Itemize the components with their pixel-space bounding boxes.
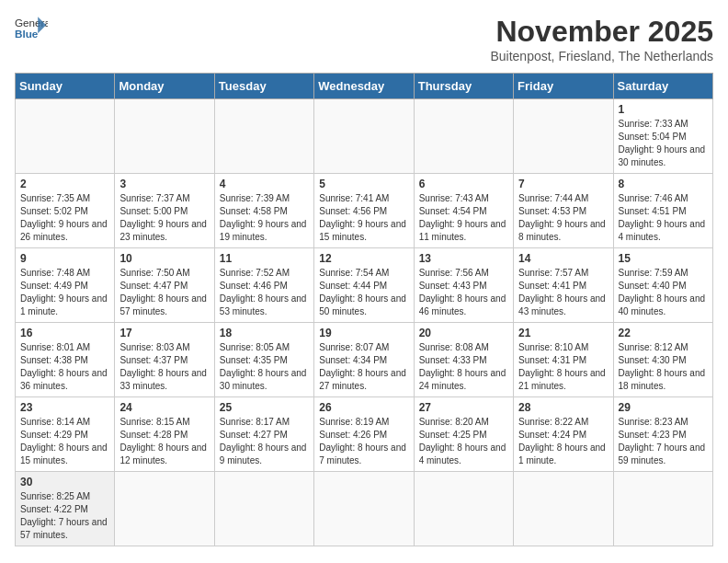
day-info: Sunrise: 7:43 AM Sunset: 4:54 PM Dayligh… (419, 192, 508, 244)
logo-icon: General Blue (15, 15, 48, 40)
table-row: 21Sunrise: 8:10 AM Sunset: 4:31 PM Dayli… (514, 323, 613, 397)
day-number: 22 (619, 327, 708, 339)
day-info: Sunrise: 7:37 AM Sunset: 5:00 PM Dayligh… (119, 192, 209, 244)
table-row: 23Sunrise: 8:14 AM Sunset: 4:29 PM Dayli… (16, 397, 115, 472)
day-number: 8 (619, 178, 708, 190)
day-number: 5 (319, 178, 408, 190)
table-row (514, 472, 613, 546)
day-info: Sunrise: 8:20 AM Sunset: 4:25 PM Dayligh… (419, 416, 508, 467)
day-number: 10 (119, 252, 209, 265)
calendar-week-row: 1Sunrise: 7:33 AM Sunset: 5:04 PM Daylig… (16, 99, 713, 174)
day-number: 19 (319, 327, 408, 339)
day-number: 17 (119, 327, 209, 339)
table-row (613, 472, 712, 546)
day-number: 1 (619, 103, 708, 116)
table-row (115, 99, 214, 174)
header-thursday: Thursday (414, 74, 513, 99)
table-row: 14Sunrise: 7:57 AM Sunset: 4:41 PM Dayli… (514, 248, 613, 323)
day-info: Sunrise: 7:59 AM Sunset: 4:40 PM Dayligh… (619, 267, 708, 318)
table-row: 8Sunrise: 7:46 AM Sunset: 4:51 PM Daylig… (613, 174, 712, 248)
header-friday: Friday (514, 74, 613, 99)
table-row (16, 99, 115, 174)
day-info: Sunrise: 7:39 AM Sunset: 4:58 PM Dayligh… (220, 192, 309, 244)
table-row: 10Sunrise: 7:50 AM Sunset: 4:47 PM Dayli… (115, 248, 214, 323)
table-row: 6Sunrise: 7:43 AM Sunset: 4:54 PM Daylig… (414, 174, 513, 248)
day-info: Sunrise: 8:15 AM Sunset: 4:28 PM Dayligh… (119, 416, 209, 467)
day-info: Sunrise: 8:07 AM Sunset: 4:34 PM Dayligh… (319, 341, 408, 393)
day-info: Sunrise: 8:25 AM Sunset: 4:22 PM Dayligh… (20, 490, 109, 542)
day-number: 6 (419, 178, 508, 190)
day-number: 30 (20, 476, 109, 488)
table-row (314, 99, 414, 174)
day-info: Sunrise: 8:03 AM Sunset: 4:37 PM Dayligh… (119, 341, 209, 393)
day-info: Sunrise: 7:48 AM Sunset: 4:49 PM Dayligh… (20, 267, 109, 318)
table-row (414, 99, 513, 174)
table-row: 26Sunrise: 8:19 AM Sunset: 4:26 PM Dayli… (314, 397, 414, 472)
table-row: 16Sunrise: 8:01 AM Sunset: 4:38 PM Dayli… (16, 323, 115, 397)
day-info: Sunrise: 8:19 AM Sunset: 4:26 PM Dayligh… (319, 416, 408, 467)
table-row: 20Sunrise: 8:08 AM Sunset: 4:33 PM Dayli… (414, 323, 513, 397)
calendar-week-row: 16Sunrise: 8:01 AM Sunset: 4:38 PM Dayli… (16, 323, 713, 397)
header-monday: Monday (115, 74, 214, 99)
day-number: 20 (419, 327, 508, 339)
title-block: November 2025 Buitenpost, Friesland, The… (490, 15, 713, 63)
day-info: Sunrise: 7:57 AM Sunset: 4:41 PM Dayligh… (518, 267, 608, 318)
table-row: 25Sunrise: 8:17 AM Sunset: 4:27 PM Dayli… (214, 397, 313, 472)
table-row (514, 99, 613, 174)
day-info: Sunrise: 7:44 AM Sunset: 4:53 PM Dayligh… (518, 192, 608, 244)
table-row: 19Sunrise: 8:07 AM Sunset: 4:34 PM Dayli… (314, 323, 414, 397)
table-row: 13Sunrise: 7:56 AM Sunset: 4:43 PM Dayli… (414, 248, 513, 323)
table-row: 18Sunrise: 8:05 AM Sunset: 4:35 PM Dayli… (214, 323, 313, 397)
table-row: 28Sunrise: 8:22 AM Sunset: 4:24 PM Dayli… (514, 397, 613, 472)
day-number: 24 (119, 401, 209, 414)
day-info: Sunrise: 7:33 AM Sunset: 5:04 PM Dayligh… (619, 118, 708, 169)
header-saturday: Saturday (613, 74, 712, 99)
table-row (314, 472, 414, 546)
day-number: 21 (518, 327, 608, 339)
month-title: November 2025 (490, 15, 713, 49)
calendar-week-row: 2Sunrise: 7:35 AM Sunset: 5:02 PM Daylig… (16, 174, 713, 248)
table-row: 30Sunrise: 8:25 AM Sunset: 4:22 PM Dayli… (16, 472, 115, 546)
day-info: Sunrise: 7:52 AM Sunset: 4:46 PM Dayligh… (220, 267, 309, 318)
calendar-header-row: Sunday Monday Tuesday Wednesday Thursday… (16, 74, 713, 99)
day-number: 13 (419, 252, 508, 265)
day-number: 25 (220, 401, 309, 414)
day-info: Sunrise: 8:12 AM Sunset: 4:30 PM Dayligh… (619, 341, 708, 393)
day-info: Sunrise: 8:22 AM Sunset: 4:24 PM Dayligh… (518, 416, 608, 467)
header-tuesday: Tuesday (214, 74, 313, 99)
day-info: Sunrise: 8:14 AM Sunset: 4:29 PM Dayligh… (20, 416, 109, 467)
table-row: 27Sunrise: 8:20 AM Sunset: 4:25 PM Dayli… (414, 397, 513, 472)
table-row (115, 472, 214, 546)
table-row: 12Sunrise: 7:54 AM Sunset: 4:44 PM Dayli… (314, 248, 414, 323)
day-number: 4 (220, 178, 309, 190)
calendar-week-row: 9Sunrise: 7:48 AM Sunset: 4:49 PM Daylig… (16, 248, 713, 323)
day-number: 18 (220, 327, 309, 339)
day-number: 16 (20, 327, 109, 339)
day-number: 2 (20, 178, 109, 190)
day-info: Sunrise: 7:50 AM Sunset: 4:47 PM Dayligh… (119, 267, 209, 318)
table-row: 3Sunrise: 7:37 AM Sunset: 5:00 PM Daylig… (115, 174, 214, 248)
day-info: Sunrise: 7:41 AM Sunset: 4:56 PM Dayligh… (319, 192, 408, 244)
table-row: 22Sunrise: 8:12 AM Sunset: 4:30 PM Dayli… (613, 323, 712, 397)
table-row: 15Sunrise: 7:59 AM Sunset: 4:40 PM Dayli… (613, 248, 712, 323)
table-row: 2Sunrise: 7:35 AM Sunset: 5:02 PM Daylig… (16, 174, 115, 248)
table-row: 11Sunrise: 7:52 AM Sunset: 4:46 PM Dayli… (214, 248, 313, 323)
day-number: 28 (518, 401, 608, 414)
day-number: 15 (619, 252, 708, 265)
day-info: Sunrise: 8:17 AM Sunset: 4:27 PM Dayligh… (220, 416, 309, 467)
svg-text:Blue: Blue (15, 28, 39, 40)
day-number: 27 (419, 401, 508, 414)
day-info: Sunrise: 7:35 AM Sunset: 5:02 PM Dayligh… (20, 192, 109, 244)
table-row: 4Sunrise: 7:39 AM Sunset: 4:58 PM Daylig… (214, 174, 313, 248)
day-number: 11 (220, 252, 309, 265)
day-number: 12 (319, 252, 408, 265)
day-info: Sunrise: 8:10 AM Sunset: 4:31 PM Dayligh… (518, 341, 608, 393)
day-info: Sunrise: 8:08 AM Sunset: 4:33 PM Dayligh… (419, 341, 508, 393)
calendar-table: Sunday Monday Tuesday Wednesday Thursday… (15, 73, 713, 546)
table-row: 24Sunrise: 8:15 AM Sunset: 4:28 PM Dayli… (115, 397, 214, 472)
day-number: 14 (518, 252, 608, 265)
day-number: 7 (518, 178, 608, 190)
header-sunday: Sunday (16, 74, 115, 99)
day-info: Sunrise: 7:46 AM Sunset: 4:51 PM Dayligh… (619, 192, 708, 244)
day-number: 26 (319, 401, 408, 414)
